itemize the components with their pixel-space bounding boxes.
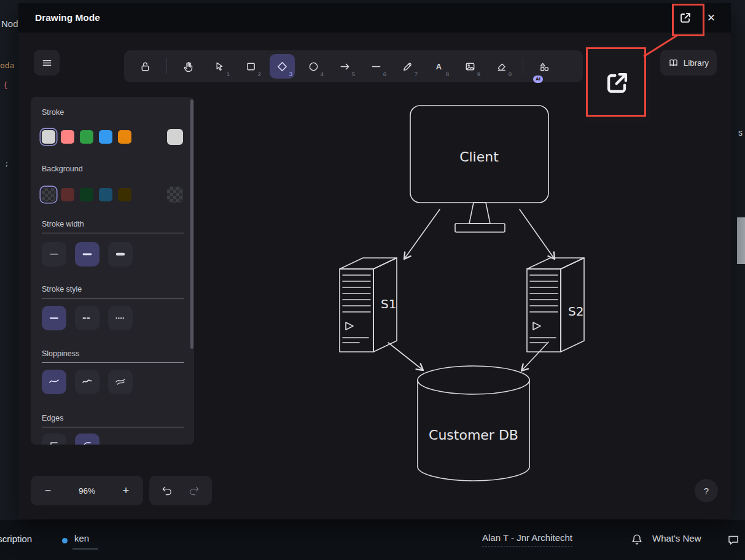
shape-server-s2[interactable]: S2 [527,258,584,352]
modal-header: Drawing Mode × [18,3,731,33]
account-name[interactable]: Alan T - Jnr Architecht [482,532,572,546]
bg-app-heading-fragment: Nod [1,18,18,29]
sloppiness-artist-button[interactable] [75,370,99,394]
token-underline [72,548,98,550]
annotation-zoomed-button [583,45,650,121]
background-color-swatch[interactable] [42,188,55,201]
external-link-icon-large [603,68,632,98]
bg-app-right-fragment: s [738,128,743,138]
stroke-color-swatch[interactable] [99,130,112,144]
background-current-swatch[interactable] [167,187,183,203]
bg-app-code-fragment-1: oda [0,61,14,70]
round-corner-icon [81,440,93,445]
sloppiness-row [42,370,183,394]
stroke-color-row [42,129,183,145]
stroke-width-row [42,242,183,266]
sloppiness-cartoonist-button[interactable] [108,370,133,394]
sloppiness-section-label: Sloppiness [42,349,184,363]
zoom-controls: − 96% + [31,476,143,505]
sloppiness-architect-button[interactable] [42,370,66,394]
stroke-style-section-label: Stroke style [42,285,184,298]
label-s2: S2 [568,304,583,319]
stroke-width-thin-button[interactable] [42,242,66,266]
edges-sharp-button[interactable] [42,434,66,445]
zoom-out-button[interactable]: − [41,484,55,497]
shape-customer-db[interactable]: Customer DB [418,366,529,481]
label-client: Client [459,149,499,165]
cartoonist-squiggle-icon [114,376,127,388]
stroke-style-dotted-button[interactable] [108,306,133,330]
undo-redo-controls [149,476,212,505]
stroke-width-extrabold-button[interactable] [108,242,133,266]
undo-button[interactable] [157,481,177,500]
zoom-in-button[interactable]: + [119,484,133,497]
stroke-style-dashed-button[interactable] [75,306,99,330]
stroke-current-swatch[interactable] [167,129,183,145]
stroke-color-swatch[interactable] [61,130,74,144]
arrow-client-s1[interactable] [404,209,440,259]
label-s1: S1 [381,297,396,311]
zoom-level[interactable]: 96% [79,486,95,496]
help-button[interactable]: ? [695,479,718,502]
stroke-color-swatch[interactable] [42,130,55,144]
background-color-swatch[interactable] [80,188,93,201]
app-status-bar: nscription ken Alan T - Jnr Architecht W… [0,519,745,560]
chat-icon[interactable] [727,534,740,548]
label-customer-db: Customer DB [429,427,518,443]
close-icon: × [708,11,716,25]
edges-section-label: Edges [42,414,184,427]
stroke-style-row [42,306,183,330]
dotted-line-icon [114,312,127,324]
dashed-line-icon [81,312,93,324]
stroke-style-solid-button[interactable] [42,306,66,330]
token-label: ken [74,533,89,543]
status-dot [62,538,68,543]
stroke-width-bold-button[interactable] [75,242,99,266]
stroke-color-swatch[interactable] [118,130,131,144]
external-link-icon [678,10,693,25]
modal-title: Drawing Mode [35,12,100,23]
close-button[interactable]: × [703,10,719,26]
panel-scrollbar-thumb[interactable] [190,99,193,349]
bell-icon[interactable] [630,533,644,549]
stroke-section-label: Stroke [42,108,64,117]
thin-line-icon [48,248,60,260]
artist-squiggle-icon [81,376,93,388]
redo-button[interactable] [184,481,204,500]
background-color-swatch[interactable] [99,188,112,201]
background-section-label: Background [42,165,83,173]
app-scrollbar-thumb[interactable] [737,217,745,264]
bg-app-code-fragment-2: { [3,80,8,90]
background-color-row [42,187,183,203]
shape-server-s1[interactable]: S1 [340,258,397,352]
bg-app-code-fragment-3: ; [4,158,9,168]
architect-squiggle-icon [48,376,60,388]
redo-icon [188,484,200,497]
undo-icon [161,484,173,497]
properties-panel: Stroke Background Stroke width Stroke st… [31,97,194,445]
edges-row [42,434,183,445]
extrabold-line-icon [114,248,127,260]
open-external-button[interactable] [677,10,693,26]
stroke-color-swatch[interactable] [80,130,93,144]
solid-line-icon [48,312,60,324]
whats-new-link[interactable]: What's New [652,533,701,543]
arrow-client-s2[interactable] [520,209,555,259]
edges-round-button[interactable] [75,434,99,445]
sharp-corner-icon [48,440,60,445]
stroke-width-section-label: Stroke width [42,220,184,233]
background-color-swatch[interactable] [118,188,131,201]
subscription-text-fragment: nscription [0,534,32,544]
background-color-swatch[interactable] [61,188,74,201]
bold-line-icon [81,248,93,260]
shape-client-monitor[interactable]: Client [410,106,548,232]
arrow-s2-db[interactable] [521,342,548,371]
arrow-s1-db[interactable] [388,343,423,370]
